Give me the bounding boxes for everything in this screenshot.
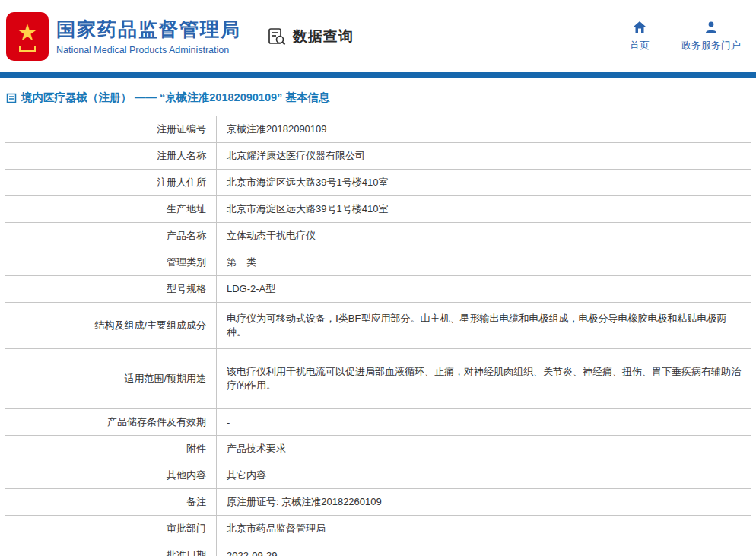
row-label: 其他内容 [5, 462, 217, 489]
data-query-tab[interactable]: 数据查询 [267, 27, 354, 46]
row-value: 电疗仪为可移动式设备，Ⅰ类BF型应用部分。由主机、星形输出电缆和电极组成，电极分… [217, 303, 751, 349]
row-value: LDG-2-A型 [217, 276, 751, 303]
org-name-cn: 国家药品监督管理局 [56, 17, 241, 42]
row-value: 2022-09-29 [217, 542, 751, 556]
national-emblem-icon: ★ [6, 12, 49, 61]
document-icon [6, 93, 17, 103]
table-row: 产品储存条件及有效期 - [5, 409, 751, 436]
table-row: 注册证编号 京械注准20182090109 [5, 116, 751, 143]
nav-home[interactable]: 首页 [630, 21, 650, 52]
row-value: 该电疗仪利用干扰电流可以促进局部血液循环、止痛，对神经肌肉组织、关节炎、神经痛、… [217, 349, 751, 409]
table-row: 注册人住所 北京市海淀区远大路39号1号楼410室 [5, 170, 751, 196]
row-label: 型号规格 [5, 276, 217, 303]
row-label: 生产地址 [5, 196, 217, 223]
row-value: 北京市海淀区远大路39号1号楼410室 [217, 170, 751, 196]
row-value: 其它内容 [217, 462, 751, 489]
person-icon [704, 21, 718, 34]
blue-divider-bar [0, 72, 756, 78]
row-label: 产品储存条件及有效期 [5, 409, 217, 436]
nav-portal-label: 政务服务门户 [681, 39, 741, 52]
data-query-label: 数据查询 [293, 27, 354, 46]
table-row: 批准日期 2022-09-29 [5, 542, 751, 556]
row-value: 产品技术要求 [217, 436, 751, 462]
table-row: 审批部门 北京市药品监督管理局 [5, 516, 751, 542]
table-row: 管理类别 第二类 [5, 249, 751, 276]
row-value: 原注册证号: 京械注准20182260109 [217, 489, 751, 516]
header-nav: 首页 政务服务门户 [630, 21, 745, 52]
row-label: 备注 [5, 489, 217, 516]
page-header: ★ 国家药品监督管理局 National Medical Products Ad… [0, 0, 756, 72]
row-label: 注册人住所 [5, 170, 217, 196]
row-value: 立体动态干扰电疗仪 [217, 223, 751, 249]
row-value: 第二类 [217, 249, 751, 276]
table-row: 适用范围/预期用途 该电疗仪利用干扰电流可以促进局部血液循环、止痛，对神经肌肉组… [5, 349, 751, 409]
nav-portal[interactable]: 政务服务门户 [681, 21, 741, 52]
breadcrumb: 境内医疗器械（注册） —— “京械注准20182090109” 基本信息 [0, 78, 756, 114]
row-label: 产品名称 [5, 223, 217, 249]
row-label: 适用范围/预期用途 [5, 349, 217, 409]
table-row: 注册人名称 北京耀洋康达医疗仪器有限公司 [5, 143, 751, 170]
nav-home-label: 首页 [630, 39, 650, 52]
row-value: - [217, 409, 751, 436]
home-icon [633, 21, 646, 34]
table-row: 附件 产品技术要求 [5, 436, 751, 462]
table-row: 生产地址 北京市海淀区远大路39号1号楼410室 [5, 196, 751, 223]
table-row: 备注 原注册证号: 京械注准20182260109 [5, 489, 751, 516]
row-label: 审批部门 [5, 516, 217, 542]
table-row: 型号规格 LDG-2-A型 [5, 276, 751, 303]
row-label: 注册人名称 [5, 143, 217, 170]
org-name-en: National Medical Products Administration [56, 45, 241, 56]
row-label: 附件 [5, 436, 217, 462]
breadcrumb-text: 境内医疗器械（注册） —— “京械注准20182090109” 基本信息 [21, 91, 329, 105]
nmpa-logo: ★ 国家药品监督管理局 National Medical Products Ad… [6, 12, 241, 61]
data-query-icon [267, 27, 287, 46]
row-value: 北京耀洋康达医疗仪器有限公司 [217, 143, 751, 170]
row-value: 北京市药品监督管理局 [217, 516, 751, 542]
row-label: 结构及组成/主要组成成分 [5, 303, 217, 349]
row-label: 管理类别 [5, 249, 217, 276]
row-value: 北京市海淀区远大路39号1号楼410室 [217, 196, 751, 223]
info-table: 注册证编号 京械注准20182090109 注册人名称 北京耀洋康达医疗仪器有限… [5, 116, 751, 556]
row-value: 京械注准20182090109 [217, 116, 751, 143]
table-row: 其他内容 其它内容 [5, 462, 751, 489]
table-row: 结构及组成/主要组成成分 电疗仪为可移动式设备，Ⅰ类BF型应用部分。由主机、星形… [5, 303, 751, 349]
row-label: 注册证编号 [5, 116, 217, 143]
table-row: 产品名称 立体动态干扰电疗仪 [5, 223, 751, 249]
row-label: 批准日期 [5, 542, 217, 556]
